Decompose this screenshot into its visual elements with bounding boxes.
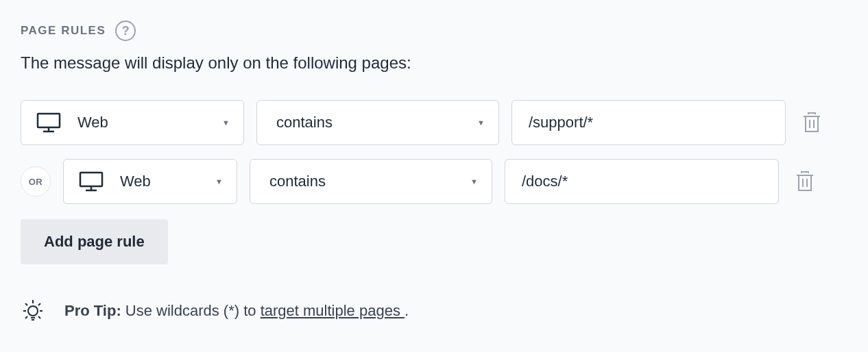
- trash-icon: [802, 112, 821, 134]
- rule-row: Web ▼ contains ▼: [21, 100, 847, 145]
- operator-value: contains: [269, 173, 326, 190]
- url-input[interactable]: [505, 159, 779, 204]
- pro-tip-link[interactable]: target multiple pages: [261, 302, 405, 319]
- svg-line-18: [25, 316, 27, 318]
- operator-select[interactable]: contains ▼: [250, 159, 492, 204]
- lightbulb-icon: [21, 299, 45, 323]
- rule-row: OR Web ▼ contains ▼: [21, 159, 847, 204]
- pro-tip-before: Use wildcards (*) to: [121, 302, 261, 319]
- svg-line-19: [38, 316, 40, 318]
- delete-rule-button[interactable]: [791, 166, 819, 197]
- operator-select[interactable]: contains ▼: [256, 100, 499, 145]
- monitor-icon: [79, 171, 104, 192]
- svg-line-17: [38, 303, 40, 305]
- svg-rect-0: [38, 114, 60, 127]
- monitor-icon: [36, 112, 61, 133]
- svg-line-16: [25, 303, 27, 305]
- chevron-down-icon: ▼: [477, 118, 485, 127]
- platform-value: Web: [77, 114, 108, 131]
- pro-tip-after: .: [405, 302, 409, 319]
- rules-container: Web ▼ contains ▼ OR: [21, 100, 847, 204]
- section-title: PAGE RULES: [21, 24, 106, 38]
- url-input[interactable]: [511, 100, 786, 145]
- section-description: The message will display only on the fol…: [21, 53, 847, 73]
- chevron-down-icon: ▼: [215, 177, 223, 186]
- or-badge: OR: [21, 166, 51, 197]
- svg-rect-5: [80, 173, 102, 186]
- trash-icon: [795, 171, 815, 192]
- chevron-down-icon: ▼: [222, 118, 230, 127]
- pro-tip-label: Pro Tip:: [64, 302, 121, 319]
- chevron-down-icon: ▼: [470, 177, 478, 186]
- platform-select[interactable]: Web ▼: [63, 159, 237, 204]
- add-page-rule-button[interactable]: Add page rule: [21, 219, 168, 264]
- platform-select[interactable]: Web ▼: [21, 100, 244, 145]
- platform-value: Web: [120, 173, 151, 190]
- delete-rule-button[interactable]: [798, 108, 825, 138]
- help-icon[interactable]: ?: [115, 21, 136, 41]
- pro-tip: Pro Tip: Use wildcards (*) to target mul…: [21, 299, 847, 323]
- svg-point-10: [28, 306, 38, 316]
- operator-value: contains: [276, 114, 333, 131]
- pro-tip-text: Pro Tip: Use wildcards (*) to target mul…: [64, 302, 409, 320]
